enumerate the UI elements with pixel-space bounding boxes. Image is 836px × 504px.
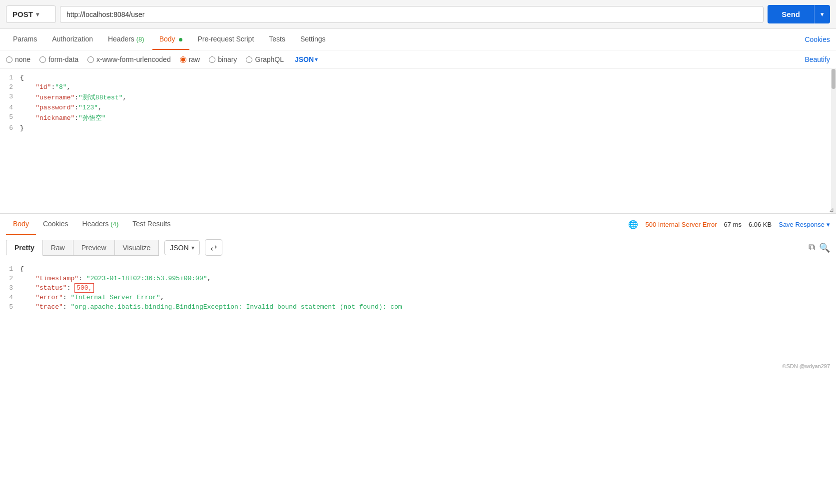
option-raw[interactable]: raw xyxy=(180,55,200,63)
status-value-highlight: 500, xyxy=(74,283,94,293)
resp-json-chevron-icon: ▾ xyxy=(191,244,194,251)
copy-icon[interactable]: ⧉ xyxy=(809,242,815,253)
req-line-3: 3 "username":"测试88test", xyxy=(0,92,836,103)
option-none[interactable]: none xyxy=(6,55,30,63)
method-selector[interactable]: POST ▾ xyxy=(6,5,56,23)
option-binary[interactable]: binary xyxy=(209,55,237,63)
body-options-bar: none form-data x-www-form-urlencoded raw… xyxy=(0,50,836,69)
tab-body[interactable]: Body xyxy=(152,29,190,50)
resp-tab-test-results[interactable]: Test Results xyxy=(125,214,177,235)
send-button[interactable]: Send xyxy=(768,5,814,23)
resp-line-4: 4 "error": "Internal Server Error", xyxy=(0,293,836,302)
save-response-button[interactable]: Save Response ▾ xyxy=(779,221,830,228)
editor-spacer xyxy=(0,133,836,203)
option-graphql[interactable]: GraphQL xyxy=(246,55,284,63)
fmt-tab-preview[interactable]: Preview xyxy=(73,240,115,256)
response-meta: 🌐 500 Internal Server Error 67 ms 6.06 K… xyxy=(628,220,830,229)
option-form-data[interactable]: form-data xyxy=(39,55,78,63)
tab-headers[interactable]: Headers (8) xyxy=(101,29,151,50)
search-response-icon[interactable]: 🔍 xyxy=(819,242,830,253)
resp-line-1: 1 { xyxy=(0,264,836,274)
response-size: 6.06 KB xyxy=(749,221,772,228)
tab-authorization[interactable]: Authorization xyxy=(45,29,100,50)
response-body-viewer: 1 { 2 "timestamp": "2023-01-18T02:36:53.… xyxy=(0,260,836,360)
resp-line-5: 5 "trace": "org.apache.ibatis.binding.Bi… xyxy=(0,302,836,312)
json-format-selector[interactable]: JSON ▾ xyxy=(295,55,318,63)
req-line-6: 6 } xyxy=(0,123,836,133)
resize-handle-icon[interactable]: ⊿ xyxy=(829,206,836,213)
tab-settings[interactable]: Settings xyxy=(293,29,333,50)
response-tabs: Body Cookies Headers (4) Test Results 🌐 … xyxy=(0,214,836,235)
req-line-2: 2 "id":"8", xyxy=(0,82,836,92)
globe-icon: 🌐 xyxy=(628,220,638,229)
url-bar: POST ▾ Send ▾ xyxy=(0,0,836,29)
send-dropdown-button[interactable]: ▾ xyxy=(814,5,830,23)
req-line-5: 5 "nickname":"孙悟空" xyxy=(0,112,836,123)
response-status: 500 Internal Server Error xyxy=(645,221,717,228)
req-line-1: 1 { xyxy=(0,73,836,82)
json-chevron-icon: ▾ xyxy=(315,56,318,63)
save-response-chevron-icon: ▾ xyxy=(827,221,830,228)
wrap-lines-icon[interactable]: ⇄ xyxy=(205,239,222,256)
resp-json-selector[interactable]: JSON ▾ xyxy=(164,240,199,255)
resp-tab-body[interactable]: Body xyxy=(6,214,36,235)
resp-line-2: 2 "timestamp": "2023-01-18T02:36:53.995+… xyxy=(0,274,836,283)
beautify-button[interactable]: Beautify xyxy=(805,55,830,63)
tab-pre-request-script[interactable]: Pre-request Script xyxy=(190,29,261,50)
fmt-tab-visualize[interactable]: Visualize xyxy=(114,240,159,256)
url-input[interactable] xyxy=(60,6,764,23)
resp-line-3: 3 "status": 500, xyxy=(0,283,836,293)
watermark: ©SDN @wdyan297 xyxy=(0,360,836,371)
response-section: Body Cookies Headers (4) Test Results 🌐 … xyxy=(0,214,836,360)
cookies-link[interactable]: Cookies xyxy=(805,35,830,43)
req-scrollbar-thumb xyxy=(832,69,836,89)
fmt-tab-raw[interactable]: Raw xyxy=(42,240,73,256)
request-tabs: Params Authorization Headers (8) Body Pr… xyxy=(0,29,836,50)
response-time: 67 ms xyxy=(724,221,742,228)
resp-tab-cookies[interactable]: Cookies xyxy=(36,214,75,235)
option-urlencoded[interactable]: x-www-form-urlencoded xyxy=(87,55,171,63)
resp-tab-headers[interactable]: Headers (4) xyxy=(75,214,126,235)
fmt-tab-pretty[interactable]: Pretty xyxy=(6,240,43,256)
req-editor-scrollbar[interactable] xyxy=(831,69,836,213)
send-button-group: Send ▾ xyxy=(768,5,830,23)
method-label: POST xyxy=(12,10,33,18)
tab-params[interactable]: Params xyxy=(6,29,44,50)
request-body-editor[interactable]: 1 { 2 "id":"8", 3 "username":"测试88test",… xyxy=(0,69,836,214)
response-format-bar: Pretty Raw Preview Visualize JSON ▾ ⇄ ⧉ … xyxy=(0,235,836,260)
method-chevron-icon: ▾ xyxy=(36,11,39,18)
tab-tests[interactable]: Tests xyxy=(262,29,292,50)
req-line-4: 4 "password":"123", xyxy=(0,103,836,112)
body-active-dot xyxy=(179,38,182,41)
